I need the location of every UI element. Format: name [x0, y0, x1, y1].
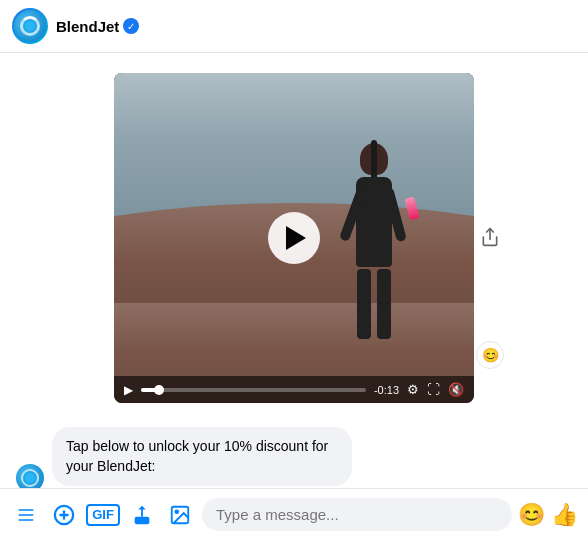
person-hair: [371, 140, 377, 180]
person-arm-left: [339, 187, 367, 242]
person-leg-right: [377, 269, 391, 339]
person-arm-right: [383, 187, 407, 243]
video-player[interactable]: ▶ -0:13 ⚙ ⛶ 🔇: [114, 73, 474, 403]
volume-icon[interactable]: 🔇: [448, 382, 464, 397]
brand-avatar: [12, 8, 48, 44]
person-legs: [334, 269, 414, 339]
bottom-bar: GIF 😊 👍: [0, 488, 588, 540]
person-head: [360, 143, 388, 175]
avatar-swirl-icon: [20, 16, 40, 36]
share-button[interactable]: [476, 223, 504, 251]
message-row-text: Tap below to unlock your 10% discount fo…: [16, 427, 572, 491]
header: BlendJet ✓: [0, 0, 588, 53]
reaction-emoji: 😊: [482, 347, 499, 363]
person-leg-left: [357, 269, 371, 339]
image-icon[interactable]: [164, 499, 196, 531]
play-triangle-icon: [286, 226, 306, 250]
msg-avatar: [16, 464, 44, 491]
brand-name: BlendJet: [56, 18, 119, 35]
thumbs-up-icon[interactable]: 👍: [551, 502, 578, 528]
play-icon[interactable]: ▶: [124, 383, 133, 397]
menu-icon[interactable]: [10, 499, 42, 531]
svg-rect-7: [135, 516, 150, 523]
settings-icon[interactable]: ⚙: [407, 382, 419, 397]
avatar-inner: [14, 10, 46, 42]
share-icon[interactable]: [126, 499, 158, 531]
fullscreen-icon[interactable]: ⛶: [427, 382, 440, 397]
text-bubble: Tap below to unlock your 10% discount fo…: [52, 427, 352, 486]
reaction-badge[interactable]: 😊: [476, 341, 504, 369]
video-controls: ▶ -0:13 ⚙ ⛶ 🔇: [114, 376, 474, 403]
gif-icon[interactable]: GIF: [86, 504, 120, 526]
message-input[interactable]: [202, 498, 512, 531]
svg-rect-3: [19, 519, 34, 521]
chat-area: ▶ -0:13 ⚙ ⛶ 🔇 😊: [0, 53, 588, 491]
verified-badge-icon: ✓: [123, 18, 139, 34]
svg-point-9: [175, 510, 178, 513]
video-time: -0:13: [374, 384, 399, 396]
play-button[interactable]: [268, 212, 320, 264]
msg-avatar-swirl: [21, 469, 39, 487]
plus-icon[interactable]: [48, 499, 80, 531]
svg-rect-1: [19, 509, 34, 511]
messages-section: Tap below to unlock your 10% discount fo…: [0, 419, 588, 491]
emoji-icon[interactable]: 😊: [518, 502, 545, 528]
svg-rect-2: [19, 514, 34, 516]
progress-dot: [154, 385, 164, 395]
progress-bar[interactable]: [141, 388, 366, 392]
person-body: [356, 177, 392, 267]
video-person: [334, 143, 414, 343]
